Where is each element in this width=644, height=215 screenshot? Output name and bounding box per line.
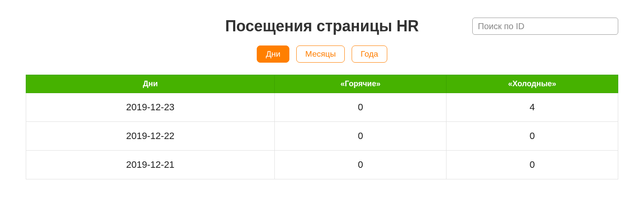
table-row: 2019-12-22 0 0 [26,122,618,151]
cell-cold: 0 [447,151,618,179]
page-title: Посещения страницы HR [225,17,419,35]
cell-hot: 0 [275,151,447,179]
search-input[interactable] [472,18,618,35]
cell-hot: 0 [275,93,447,122]
header-row: Посещения страницы HR [26,17,618,35]
tabs-row: Дни Месяцы Года [26,45,618,63]
table-row: 2019-12-21 0 0 [26,151,618,179]
cell-date: 2019-12-21 [26,151,275,179]
visits-table: Дни «Горячие» «Холодные» 2019-12-23 0 4 … [26,75,618,179]
col-header-days: Дни [26,75,275,93]
tab-years[interactable]: Года [352,45,387,63]
cell-date: 2019-12-22 [26,122,275,151]
table-row: 2019-12-23 0 4 [26,93,618,122]
tab-months[interactable]: Месяцы [296,45,345,63]
col-header-hot: «Горячие» [275,75,447,93]
tab-days[interactable]: Дни [257,45,289,63]
cell-cold: 4 [447,93,618,122]
cell-cold: 0 [447,122,618,151]
cell-date: 2019-12-23 [26,93,275,122]
cell-hot: 0 [275,122,447,151]
search-wrapper [472,18,618,35]
col-header-cold: «Холодные» [447,75,618,93]
table-header-row: Дни «Горячие» «Холодные» [26,75,618,93]
